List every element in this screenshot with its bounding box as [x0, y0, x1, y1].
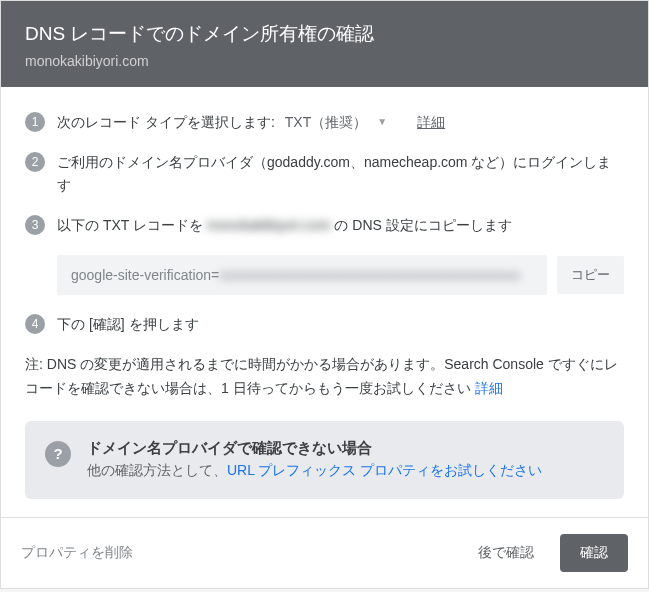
step-3-suffix: の DNS 設定にコピーします — [331, 217, 512, 233]
domain-name: monokakibiyori.com — [25, 53, 624, 69]
txt-record-value[interactable]: google-site-verification=xxxxxxxxxxxxxxx… — [57, 255, 547, 295]
dialog-footer: プロパティを削除 後で確認 確認 — [1, 517, 648, 588]
step-1-label: 次のレコード タイプを選択します: — [57, 111, 275, 133]
dialog-header: DNS レコードでのドメイン所有権の確認 monokakibiyori.com — [1, 1, 648, 87]
step-1-text: 次のレコード タイプを選択します: TXT（推奨） ▼ 詳細 — [57, 111, 624, 133]
later-button[interactable]: 後で確認 — [468, 536, 544, 570]
copy-button[interactable]: コピー — [557, 256, 624, 294]
step-4-text: 下の [確認] を押します — [57, 313, 624, 335]
info-prefix: 他の確認方法として、 — [87, 462, 227, 478]
txt-blurred-value: xxxxxxxxxxxxxxxxxxxxxxxxxxxxxxxxxxxxxxxx… — [219, 267, 520, 283]
verify-button[interactable]: 確認 — [560, 534, 628, 572]
step-number: 4 — [25, 314, 45, 334]
dialog-content: 1 次のレコード タイプを選択します: TXT（推奨） ▼ 詳細 2 ご利用のド… — [1, 87, 648, 517]
info-title: ドメイン名プロバイダで確認できない場合 — [87, 439, 542, 458]
help-icon: ? — [45, 441, 71, 467]
record-type-dropdown[interactable]: TXT（推奨） ▼ — [285, 111, 387, 133]
info-text: 他の確認方法として、URL プレフィックス プロパティをお試しください — [87, 460, 542, 481]
step-number: 2 — [25, 152, 45, 172]
url-prefix-link[interactable]: URL プレフィックス プロパティをお試しください — [227, 462, 542, 478]
note-details-link[interactable]: 詳細 — [475, 380, 503, 396]
remove-property-link[interactable]: プロパティを削除 — [21, 544, 133, 562]
footer-actions: 後で確認 確認 — [468, 534, 628, 572]
step-number: 1 — [25, 112, 45, 132]
info-box: ? ドメイン名プロバイダで確認できない場合 他の確認方法として、URL プレフィ… — [25, 421, 624, 499]
note-text: 注: DNS の変更が適用されるまでに時間がかかる場合があります。Search … — [25, 353, 624, 401]
verify-dialog: DNS レコードでのドメイン所有権の確認 monokakibiyori.com … — [0, 0, 649, 589]
step-2-text: ご利用のドメイン名プロバイダ（godaddy.com、namecheap.com… — [57, 151, 624, 196]
txt-record-row: google-site-verification=xxxxxxxxxxxxxxx… — [57, 255, 624, 295]
step-1: 1 次のレコード タイプを選択します: TXT（推奨） ▼ 詳細 — [25, 111, 624, 133]
blurred-domain: monokakibiyori.com — [207, 217, 331, 233]
step-3-prefix: 以下の TXT レコードを — [57, 217, 207, 233]
details-link[interactable]: 詳細 — [417, 111, 445, 133]
info-content: ドメイン名プロバイダで確認できない場合 他の確認方法として、URL プレフィック… — [87, 439, 542, 481]
dropdown-value: TXT（推奨） — [285, 111, 367, 133]
dialog-title: DNS レコードでのドメイン所有権の確認 — [25, 21, 624, 47]
step-3: 3 以下の TXT レコードを monokakibiyori.com の DNS… — [25, 214, 624, 236]
step-2: 2 ご利用のドメイン名プロバイダ（godaddy.com、namecheap.c… — [25, 151, 624, 196]
step-4: 4 下の [確認] を押します — [25, 313, 624, 335]
txt-prefix: google-site-verification= — [71, 267, 219, 283]
step-number: 3 — [25, 215, 45, 235]
chevron-down-icon: ▼ — [377, 114, 387, 130]
step-3-text: 以下の TXT レコードを monokakibiyori.com の DNS 設… — [57, 214, 624, 236]
note-body: 注: DNS の変更が適用されるまでに時間がかかる場合があります。Search … — [25, 356, 618, 396]
